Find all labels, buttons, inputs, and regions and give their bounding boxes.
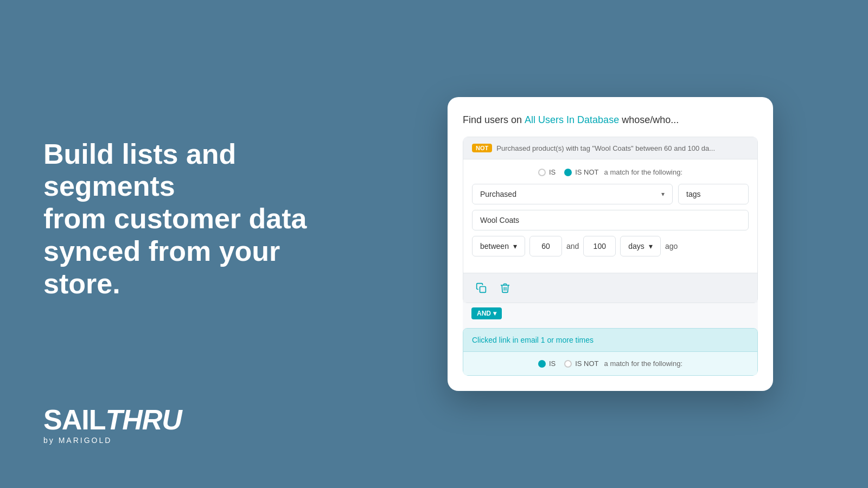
and-chevron: ▾ — [493, 310, 496, 317]
date-val1[interactable]: 60 — [529, 236, 562, 256]
segment-builder: NOT Purchased product(s) with tag "Wool … — [463, 137, 758, 376]
is-isnot-row-2: IS IS NOT a match for the following: — [472, 359, 749, 368]
wool-coats-input[interactable]: Wool Coats — [472, 210, 749, 230]
hero-line1: Build lists and segments — [43, 138, 309, 203]
date-val2-text: 100 — [593, 242, 606, 251]
and-label: AND — [477, 310, 491, 317]
copy-button[interactable] — [472, 279, 490, 297]
hero-line2: from customer data — [43, 203, 309, 235]
between-label: between — [480, 242, 509, 251]
condition-1-body: IS IS NOT a match for the following: — [463, 159, 757, 273]
days-chevron: ▾ — [649, 242, 653, 251]
cond2-is-option[interactable]: IS — [538, 359, 556, 368]
and-text: and — [566, 242, 579, 251]
purchased-chevron: ▾ — [661, 190, 665, 198]
cond2-is-radio-dot — [538, 360, 546, 368]
and-connector[interactable]: AND ▾ — [471, 307, 502, 319]
is-not-label: IS NOT — [575, 168, 598, 176]
is-not-option[interactable]: IS NOT — [564, 168, 598, 176]
condition-block-1: NOT Purchased product(s) with tag "Wool … — [463, 137, 758, 303]
logo-area: SAILTHRU by MARIGOLD — [43, 406, 309, 455]
cond2-is-not-label: IS NOT — [575, 359, 598, 368]
hero-text: Build lists and segments from customer d… — [43, 138, 309, 300]
between-chevron: ▾ — [513, 242, 517, 251]
left-section: Build lists and segments from customer d… — [0, 0, 353, 488]
is-not-radio-dot — [564, 169, 572, 176]
is-isnot-row-1: IS IS NOT a match for the following: — [472, 168, 749, 176]
right-section: Find users on All Users In Database whos… — [353, 0, 868, 488]
logo-thru: THRU — [105, 404, 181, 435]
logo-text: SAILTHRU — [43, 406, 309, 434]
match-text-1: a match for the following: — [604, 168, 683, 176]
dropdowns-row: Purchased ▾ tags — [472, 184, 749, 204]
condition-2-header: Clicked link in email 1 or more times — [463, 329, 757, 352]
between-dropdown[interactable]: between ▾ — [472, 236, 525, 256]
and-connector-wrapper: AND ▾ — [463, 303, 758, 328]
text-input-row: Wool Coats — [472, 210, 749, 230]
radio-group-1: IS IS NOT — [538, 168, 599, 176]
hero-line3: synced from your store. — [43, 235, 309, 300]
ago-text: ago — [665, 242, 678, 251]
days-dropdown[interactable]: days ▾ — [620, 236, 661, 256]
not-badge: NOT — [472, 144, 492, 152]
purchased-dropdown[interactable]: Purchased ▾ — [472, 184, 673, 204]
find-users-prefix: Find users on — [463, 114, 525, 125]
condition-1-header-text: Purchased product(s) with tag "Wool Coat… — [496, 144, 715, 152]
tags-dropdown[interactable]: tags — [678, 184, 749, 204]
date-val1-text: 60 — [541, 242, 550, 251]
condition-1-header: NOT Purchased product(s) with tag "Wool … — [463, 137, 757, 159]
is-label: IS — [549, 168, 556, 176]
tags-label: tags — [686, 190, 700, 198]
cond2-is-not-radio-dot — [564, 360, 572, 368]
wool-coats-value: Wool Coats — [480, 216, 519, 224]
find-users-suffix: whose/who... — [619, 114, 679, 125]
radio-group-2: IS IS NOT — [538, 359, 599, 368]
condition-block-2: Clicked link in email 1 or more times IS… — [463, 328, 758, 376]
find-users-link[interactable]: All Users In Database — [525, 114, 619, 125]
cond2-is-label: IS — [549, 359, 556, 368]
days-label: days — [628, 242, 644, 251]
condition-2-header-text: Clicked link in email 1 or more times — [472, 336, 593, 344]
ui-card: Find users on All Users In Database whos… — [448, 97, 773, 391]
svg-rect-0 — [480, 287, 486, 293]
purchased-label: Purchased — [480, 190, 516, 198]
cond2-is-not-option[interactable]: IS NOT — [564, 359, 598, 368]
condition-2-body: IS IS NOT a match for the following: — [463, 352, 757, 375]
is-option[interactable]: IS — [538, 168, 556, 176]
match-text-2: a match for the following: — [604, 359, 683, 368]
delete-button[interactable] — [496, 279, 514, 297]
action-icons — [463, 273, 757, 303]
logo-sub: by MARIGOLD — [43, 436, 309, 445]
logo-sail: SAIL — [43, 404, 105, 435]
find-users-text: Find users on All Users In Database whos… — [463, 114, 758, 126]
date-val2[interactable]: 100 — [583, 236, 616, 256]
date-row: between ▾ 60 and 100 days ▾ — [472, 236, 749, 256]
is-radio-dot — [538, 169, 546, 176]
